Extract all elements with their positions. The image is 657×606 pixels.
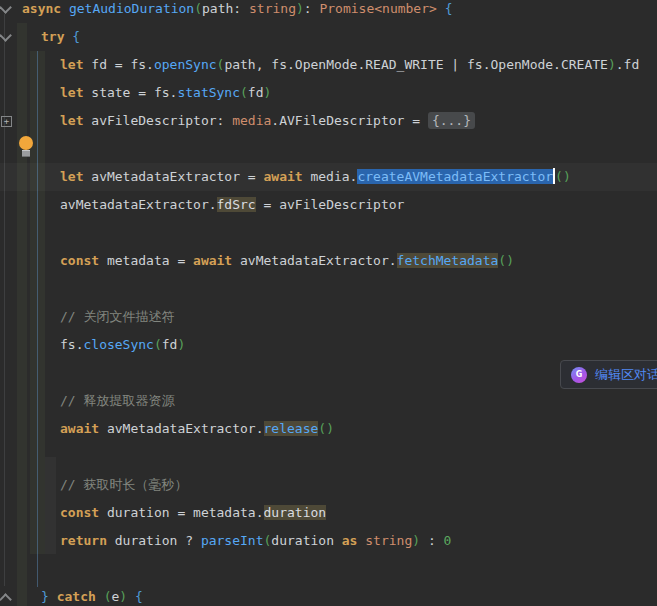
- code-token: openSync: [154, 57, 217, 72]
- code-token: try: [41, 29, 64, 44]
- fold-end-icon[interactable]: [1, 595, 10, 604]
- code-line[interactable]: // 关闭文件描述符: [0, 303, 657, 331]
- code-token: {: [72, 29, 80, 44]
- chat-button-label: 编辑区对话: [595, 366, 657, 384]
- code-token: path:: [202, 1, 249, 16]
- code-token: ): [119, 589, 127, 604]
- code-token: :: [304, 1, 320, 16]
- code-line[interactable]: const metadata = await avMetadataExtract…: [0, 247, 657, 275]
- code-token: ): [412, 533, 420, 548]
- code-line[interactable]: // 释放提取器资源: [0, 387, 657, 415]
- code-token: string: [249, 1, 296, 16]
- plus-glyph: +: [1, 116, 12, 127]
- code-token: [127, 589, 135, 604]
- code-token: avMetadataExtractor.: [60, 197, 217, 212]
- code-line[interactable]: try {: [0, 23, 657, 51]
- code-token: 0: [444, 533, 452, 548]
- code-token: (): [555, 169, 571, 184]
- code-token: [96, 589, 104, 604]
- code-token: string: [365, 533, 412, 548]
- code-line[interactable]: let state = fs.statSync(fd): [0, 79, 657, 107]
- codegenie-icon: G: [571, 367, 587, 383]
- code-token: duration ?: [107, 533, 201, 548]
- code-token: let: [60, 169, 83, 184]
- code-line[interactable]: await avMetadataExtractor.release(): [0, 415, 657, 443]
- code-line[interactable]: [0, 443, 657, 471]
- bulb-base: [22, 150, 30, 157]
- code-token: await: [264, 169, 303, 184]
- code-line[interactable]: let avFileDescriptor: media.AVFileDescri…: [0, 107, 657, 135]
- code-token: ): [608, 57, 616, 72]
- code-token: media.: [303, 169, 358, 184]
- highlighted-usage-token: duration: [264, 505, 327, 520]
- code-token: let: [60, 113, 83, 128]
- code-token: let: [60, 85, 83, 100]
- highlighted-usage-token: fetchMetadata: [397, 253, 499, 268]
- code-token: avFileDescriptor:: [83, 113, 232, 128]
- code-token: const: [60, 253, 99, 268]
- code-token: (: [154, 337, 162, 352]
- code-token: closeSync: [83, 337, 153, 352]
- code-line[interactable]: [0, 555, 657, 583]
- code-token: [49, 589, 57, 604]
- code-token: .AVFileDescriptor =: [271, 113, 428, 128]
- selected-token: createAVMetadataExtractor: [357, 169, 553, 184]
- code-token: duration: [271, 533, 341, 548]
- code-token: duration = metadata.: [99, 505, 263, 520]
- code-line[interactable]: [0, 275, 657, 303]
- code-token: // 获取时长（毫秒）: [60, 477, 187, 492]
- code-token: (: [194, 1, 202, 16]
- code-token: metadata =: [99, 253, 193, 268]
- code-token: fd = fs.: [83, 57, 153, 72]
- code-token: [61, 1, 69, 16]
- code-token: ): [296, 1, 304, 16]
- code-line[interactable]: let fd = fs.openSync(path, fs.OpenMode.R…: [0, 51, 657, 79]
- code-line[interactable]: [0, 135, 657, 163]
- code-token: }: [41, 589, 49, 604]
- code-line[interactable]: [0, 359, 657, 387]
- editor-chat-button[interactable]: G 编辑区对话: [560, 360, 657, 389]
- code-token: .fd: [616, 57, 639, 72]
- code-token: {: [445, 1, 453, 16]
- code-token: (): [498, 253, 514, 268]
- code-token: let: [60, 57, 83, 72]
- code-line[interactable]: avMetadataExtractor.fdSrc = avFileDescri…: [0, 191, 657, 219]
- code-token: media: [232, 113, 271, 128]
- fold-collapsed-icon[interactable]: +: [1, 116, 12, 127]
- code-token: state = fs.: [83, 85, 177, 100]
- code-token: Promise<number>: [319, 1, 436, 16]
- fold-expanded-icon[interactable]: [1, 31, 10, 40]
- fold-expanded-icon[interactable]: [1, 3, 10, 12]
- code-token: path, fs.OpenMode.READ_WRITE | fs.OpenMo…: [224, 57, 608, 72]
- code-line[interactable]: [0, 219, 657, 247]
- code-token: await: [193, 253, 232, 268]
- code-line[interactable]: async getAudioDuration(path: string): Pr…: [0, 0, 657, 23]
- code-token: avMetadataExtractor.: [99, 421, 263, 436]
- code-token: const: [60, 505, 99, 520]
- code-token: (: [240, 85, 248, 100]
- code-token: fs.: [60, 337, 83, 352]
- code-token: // 释放提取器资源: [60, 393, 174, 408]
- code-token: // 关闭文件描述符: [60, 309, 174, 324]
- code-token: = avFileDescriptor: [256, 197, 405, 212]
- code-line[interactable]: let avMetadataExtractor = await media.cr…: [0, 163, 657, 191]
- code-token: ): [264, 85, 272, 100]
- code-token: [437, 1, 445, 16]
- code-line[interactable]: fs.closeSync(fd): [0, 331, 657, 359]
- code-line[interactable]: const duration = metadata.duration: [0, 499, 657, 527]
- code-line[interactable]: } catch (e) {: [0, 583, 657, 606]
- code-token: statSync: [177, 85, 240, 100]
- code-line[interactable]: // 获取时长（毫秒）: [0, 471, 657, 499]
- folded-region-chip[interactable]: {...}: [428, 112, 475, 129]
- code-token: ): [177, 337, 185, 352]
- intention-bulb-icon[interactable]: [18, 136, 33, 158]
- code-lines: async getAudioDuration(path: string): Pr…: [0, 0, 657, 606]
- bulb-glass: [19, 136, 33, 150]
- code-token: fd: [248, 85, 264, 100]
- code-token: await: [60, 421, 99, 436]
- code-token: async: [22, 1, 61, 16]
- code-line[interactable]: return duration ? parseInt(duration as s…: [0, 527, 657, 555]
- code-token: (): [318, 421, 334, 436]
- code-token: return: [60, 533, 107, 548]
- highlighted-usage-token: release: [264, 421, 319, 436]
